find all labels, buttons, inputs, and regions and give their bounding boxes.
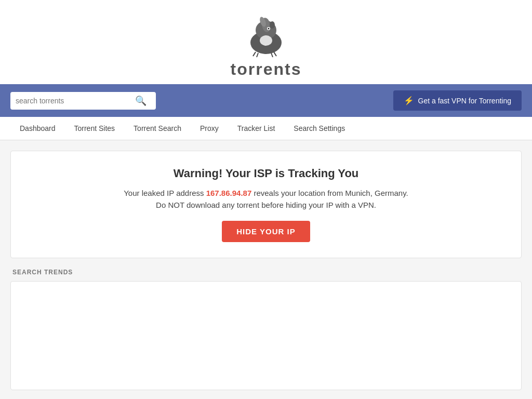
search-trends-label: SEARCH TRENDS <box>10 269 522 276</box>
search-icon: 🔍 <box>135 96 147 106</box>
search-input-wrapper[interactable]: 🔍 <box>10 92 156 110</box>
nav-dashboard[interactable]: Dashboard <box>10 117 65 140</box>
nav-proxy[interactable]: Proxy <box>191 117 228 140</box>
svg-point-5 <box>268 28 270 30</box>
svg-line-8 <box>257 53 258 57</box>
warning-title: Warning! Your ISP is Tracking You <box>21 167 511 180</box>
hide-ip-button[interactable]: HIDE YOUR IP <box>222 221 310 242</box>
logo-container: torrents <box>231 10 302 79</box>
nav-tracker-list[interactable]: Tracker List <box>228 117 285 140</box>
warning-text1-prefix: Your leaked IP address <box>124 189 206 197</box>
warning-text1: Your leaked IP address 167.86.94.87 reve… <box>21 189 511 197</box>
svg-line-9 <box>274 52 276 56</box>
warning-box: Warning! Your ISP is Tracking You Your l… <box>10 151 522 258</box>
vpn-button[interactable]: ⚡ Get a fast VPN for Torrenting <box>393 90 522 111</box>
svg-point-11 <box>260 35 272 46</box>
lightning-icon: ⚡ <box>404 96 414 105</box>
nav: Dashboard Torrent Sites Torrent Search P… <box>0 117 532 140</box>
logo-icon <box>240 10 292 62</box>
search-trends-section <box>10 281 522 390</box>
vpn-button-label: Get a fast VPN for Torrenting <box>418 97 512 105</box>
svg-point-6 <box>270 21 275 29</box>
search-bar: 🔍 ⚡ Get a fast VPN for Torrenting <box>0 84 532 117</box>
warning-text2: Do NOT download any torrent before hidin… <box>21 201 511 209</box>
svg-line-10 <box>271 53 273 57</box>
nav-torrent-search[interactable]: Torrent Search <box>124 117 191 140</box>
svg-line-7 <box>253 52 256 56</box>
search-button[interactable]: 🔍 <box>135 95 147 107</box>
nav-torrent-sites[interactable]: Torrent Sites <box>65 117 125 140</box>
warning-text1-suffix: reveals your location from Munich, Germa… <box>251 189 408 197</box>
logo-text: torrents <box>231 60 302 79</box>
nav-search-settings[interactable]: Search Settings <box>284 117 354 140</box>
ip-address: 167.86.94.87 <box>206 189 252 197</box>
header: torrents <box>0 0 532 84</box>
search-input[interactable] <box>16 97 135 105</box>
main-content: Warning! Your ISP is Tracking You Your l… <box>0 140 532 399</box>
